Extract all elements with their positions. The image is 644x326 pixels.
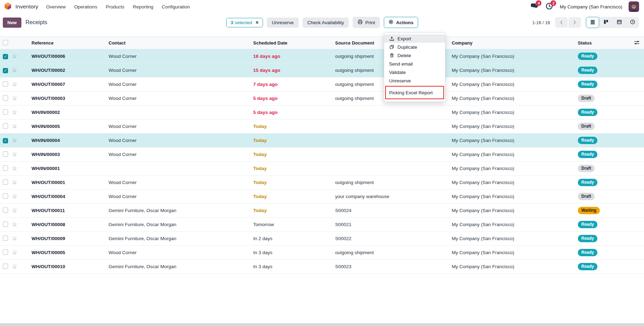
row-checkbox[interactable] [3,81,8,87]
company-cell[interactable]: My Company (San Francisco) [452,236,578,241]
row-checkbox[interactable] [3,109,8,115]
menu-item-duplicate[interactable]: Duplicate [384,43,445,51]
row-checkbox[interactable] [3,222,8,227]
scheduled-date-cell[interactable]: Today [253,194,335,199]
reference-cell[interactable]: WH/IN/00001 [32,166,109,171]
company-cell[interactable]: My Company (San Francisco) [452,124,578,129]
menu-item-send-email[interactable]: Send email [384,60,445,68]
table-row[interactable]: ☆ WH/OUT/00003 Wood Corner 5 days ago ou… [0,91,644,106]
reference-cell[interactable]: WH/OUT/00002 [32,68,109,73]
row-checkbox[interactable] [3,95,8,101]
calendar-view-button[interactable] [612,17,626,28]
row-checkbox[interactable]: ✓ [3,138,8,143]
row-checkbox[interactable] [3,208,8,213]
favorite-star-icon[interactable]: ☆ [12,53,32,59]
activities-button[interactable]: 2 [545,2,553,11]
table-row[interactable]: ☆ WH/IN/00003 Wood Corner Today My Compa… [0,148,644,162]
row-checkbox[interactable]: ✓ [3,54,8,59]
menu-item-delete[interactable]: Delete [384,51,445,60]
table-row[interactable]: ☆ WH/OUT/00007 Wood Corner 7 days ago ou… [0,77,644,91]
scheduled-date-cell[interactable]: Today [253,180,335,185]
reference-cell[interactable]: WH/OUT/00004 [32,194,109,199]
header-status[interactable]: Status [578,40,630,46]
list-view-button[interactable] [586,17,599,28]
contact-cell[interactable]: Wood Corner [109,152,253,157]
source-document-cell[interactable]: outgoing shipment [335,250,452,255]
contact-cell[interactable]: Gemini Furniture, Oscar Morgan [109,222,253,227]
company-cell[interactable]: My Company (San Francisco) [452,222,578,227]
menu-item-unreserve[interactable]: Unreserve [384,76,445,85]
nav-menu-reporting[interactable]: Reporting [133,4,153,9]
reference-cell[interactable]: WH/IN/00002 [32,110,109,115]
contact-cell[interactable]: Wood Corner [109,82,253,87]
company-cell[interactable]: My Company (San Francisco) [452,110,578,115]
nav-menu-operations[interactable]: Operations [74,4,97,9]
company-cell[interactable]: My Company (San Francisco) [452,166,578,171]
company-cell[interactable]: My Company (San Francisco) [452,250,578,255]
scheduled-date-cell[interactable]: 5 days ago [253,110,335,115]
favorite-star-icon[interactable]: ☆ [12,109,32,115]
header-company[interactable]: Company [452,40,578,46]
favorite-star-icon[interactable]: ☆ [12,222,32,227]
source-document-cell[interactable]: S00021 [335,222,452,227]
company-cell[interactable]: My Company (San Francisco) [452,54,578,59]
table-row[interactable]: ☆ WH/IN/00001 Today My Company (San Fran… [0,162,644,176]
scheduled-date-cell[interactable]: In 3 days [253,264,335,269]
user-avatar[interactable] [629,1,639,12]
company-cell[interactable]: My Company (San Francisco) [452,194,578,199]
messages-button[interactable]: 4 [530,2,539,11]
pager-next-button[interactable] [568,17,581,28]
scheduled-date-cell[interactable]: Today [253,124,335,129]
favorite-star-icon[interactable]: ☆ [12,165,32,171]
row-checkbox[interactable] [3,193,8,199]
row-checkbox[interactable] [3,165,8,171]
activity-view-button[interactable] [626,17,639,28]
nav-menu-configuration[interactable]: Configuration [162,4,190,9]
table-row[interactable]: ☆ WH/OUT/00009 Gemini Furniture, Oscar M… [0,232,644,246]
scheduled-date-cell[interactable]: Today [253,208,335,213]
reference-cell[interactable]: WH/OUT/00010 [32,264,109,269]
table-row[interactable]: ✓ ☆ WH/IN/00004 Wood Corner Today My Com… [0,134,644,148]
source-document-cell[interactable]: S00024 [335,208,452,213]
favorite-star-icon[interactable]: ☆ [12,67,32,73]
table-row[interactable]: ✓ ☆ WH/OUT/00002 Wood Corner 15 days ago… [0,63,644,77]
table-row[interactable]: ☆ WH/OUT/00001 Wood Corner Today outgoin… [0,176,644,190]
table-row[interactable]: ☆ WH/OUT/00005 Wood Corner In 3 days out… [0,246,644,260]
favorite-star-icon[interactable]: ☆ [12,236,32,242]
header-contact[interactable]: Contact [109,40,253,46]
row-checkbox[interactable] [3,151,8,157]
company-cell[interactable]: My Company (San Francisco) [452,96,578,101]
contact-cell[interactable]: Wood Corner [109,194,253,199]
row-checkbox[interactable] [3,250,8,255]
table-row[interactable]: ☆ WH/OUT/00010 Gemini Furniture, Oscar M… [0,260,644,274]
contact-cell[interactable]: Wood Corner [109,68,253,73]
table-row[interactable]: ☆ WH/OUT/00011 Gemini Furniture, Oscar M… [0,204,644,218]
scheduled-date-cell[interactable]: In 3 days [253,250,335,255]
company-cell[interactable]: My Company (San Francisco) [452,82,578,87]
source-document-cell[interactable]: S00023 [335,264,452,269]
company-cell[interactable]: My Company (San Francisco) [452,180,578,185]
select-all-checkbox[interactable] [3,40,8,45]
reference-cell[interactable]: WH/OUT/00009 [32,236,109,241]
contact-cell[interactable]: Wood Corner [109,54,253,59]
favorite-star-icon[interactable]: ☆ [12,151,32,157]
favorite-star-icon[interactable]: ☆ [12,264,32,270]
company-cell[interactable]: My Company (San Francisco) [452,208,578,213]
scheduled-date-cell[interactable]: Today [253,138,335,143]
reference-cell[interactable]: WH/OUT/00011 [32,208,109,213]
reference-cell[interactable]: WH/OUT/00003 [32,96,109,101]
row-checkbox[interactable] [3,264,8,269]
scheduled-date-cell[interactable]: Today [253,152,335,157]
reference-cell[interactable]: WH/OUT/00006 [32,54,109,59]
favorite-star-icon[interactable]: ☆ [12,179,32,185]
optional-columns-icon[interactable] [634,40,640,47]
table-row[interactable]: ☆ WH/OUT/00008 Gemini Furniture, Oscar M… [0,218,644,232]
favorite-star-icon[interactable]: ☆ [12,81,32,87]
row-checkbox[interactable]: ✓ [3,68,8,73]
pager-previous-button[interactable] [555,17,568,28]
favorite-star-icon[interactable]: ☆ [12,193,32,199]
menu-item-picking-excel-report[interactable]: Picking Excel Report [386,88,443,97]
reference-cell[interactable]: WH/IN/00004 [32,138,109,143]
company-cell[interactable]: My Company (San Francisco) [452,138,578,143]
table-row[interactable]: ✓ ☆ WH/OUT/00006 Wood Corner 18 days ago… [0,49,644,63]
